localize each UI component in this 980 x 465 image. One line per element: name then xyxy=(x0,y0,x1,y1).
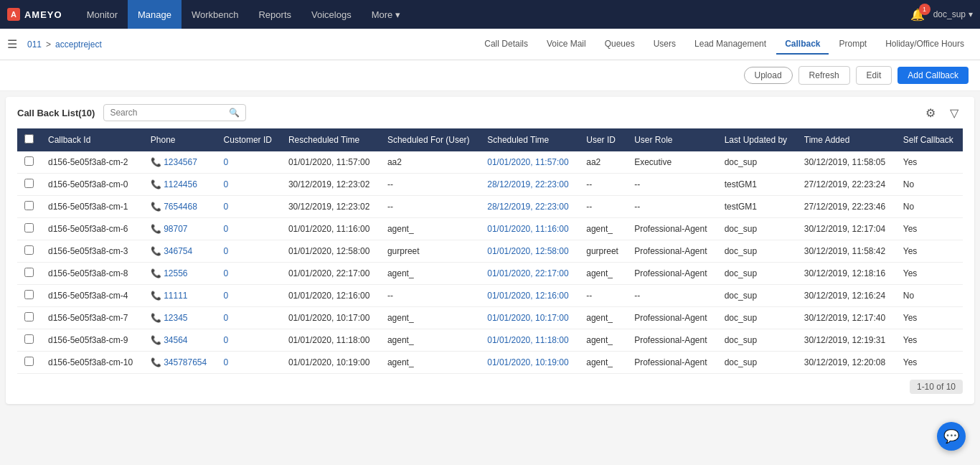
nav-reports[interactable]: Reports xyxy=(248,0,301,29)
settings-icon-button[interactable]: ⚙ xyxy=(921,105,940,121)
cell-time-added: 30/12/2019, 12:16:24 xyxy=(797,285,896,307)
cell-customer-id[interactable]: 0 xyxy=(217,196,281,218)
upload-button[interactable]: Upload xyxy=(744,67,793,84)
edit-button[interactable]: Edit xyxy=(856,66,892,85)
cell-phone[interactable]: 📞 12345 xyxy=(143,307,217,329)
cell-customer-id[interactable]: 0 xyxy=(217,285,281,307)
hamburger-icon[interactable]: ☰ xyxy=(7,37,17,51)
row-checkbox-cell[interactable] xyxy=(17,263,41,285)
cell-scheduled-time: 01/01/2020, 10:19:00 xyxy=(480,352,579,374)
row-checkbox[interactable] xyxy=(24,312,34,321)
cell-user-id: agent_ xyxy=(579,263,627,285)
cell-phone[interactable]: 📞 345787654 xyxy=(143,352,217,374)
cell-customer-id[interactable]: 0 xyxy=(217,352,281,374)
cell-phone[interactable]: 📞 12556 xyxy=(143,263,217,285)
notification-bell[interactable]: 🔔 1 xyxy=(910,8,925,22)
cell-self-callback: No xyxy=(896,285,963,307)
breadcrumb-number[interactable]: 011 xyxy=(27,39,42,50)
row-checkbox[interactable] xyxy=(24,357,34,366)
app-logo[interactable]: A AMEYO xyxy=(7,8,62,21)
row-checkbox-cell[interactable] xyxy=(17,329,41,352)
cell-scheduled-for: agent_ xyxy=(380,307,480,329)
row-checkbox[interactable] xyxy=(24,334,34,344)
main-content: Call Back List(10) 🔍 ⚙ ▽ Callback Id Pho… xyxy=(6,97,974,404)
row-checkbox[interactable] xyxy=(24,268,34,277)
cell-user-id: -- xyxy=(579,285,627,307)
username-label: doc_sup xyxy=(933,9,966,19)
nav-manage[interactable]: Manage xyxy=(128,0,182,29)
row-checkbox[interactable] xyxy=(24,201,34,210)
cell-phone[interactable]: 📞 7654468 xyxy=(143,196,217,218)
cell-customer-id[interactable]: 0 xyxy=(217,151,281,174)
cell-self-callback: Yes xyxy=(896,307,963,329)
row-checkbox-cell[interactable] xyxy=(17,196,41,218)
cell-scheduled-time: 28/12/2019, 22:23:00 xyxy=(480,174,579,196)
cell-callback-id: d156-5e05f3a8-cm-3 xyxy=(41,240,143,263)
nav-workbench[interactable]: Workbench xyxy=(182,0,249,29)
nav-voicelogs[interactable]: Voicelogs xyxy=(301,0,362,29)
cell-phone[interactable]: 📞 1234567 xyxy=(143,151,217,174)
cell-callback-id: d156-5e05f3a8-cm-8 xyxy=(41,263,143,285)
col-last-updated: Last Updated by xyxy=(717,128,797,151)
cell-rescheduled-time: 01/01/2020, 11:18:00 xyxy=(281,329,380,352)
cell-phone[interactable]: 📞 98707 xyxy=(143,218,217,240)
tab-call-details[interactable]: Call Details xyxy=(476,34,537,55)
cell-customer-id[interactable]: 0 xyxy=(217,218,281,240)
filter-icon-button[interactable]: ▽ xyxy=(946,105,963,121)
select-all-checkbox[interactable] xyxy=(24,134,34,144)
cell-callback-id: d156-5e05f3a8-cm-2 xyxy=(41,151,143,174)
cell-scheduled-time: 01/01/2020, 11:57:00 xyxy=(480,151,579,174)
row-checkbox[interactable] xyxy=(24,245,34,255)
row-checkbox[interactable] xyxy=(24,179,34,188)
cell-phone[interactable]: 📞 346754 xyxy=(143,240,217,263)
row-checkbox[interactable] xyxy=(24,290,34,299)
cell-customer-id[interactable]: 0 xyxy=(217,174,281,196)
col-self-callback: Self Callback xyxy=(896,128,963,151)
tab-prompt[interactable]: Prompt xyxy=(830,34,875,55)
cell-scheduled-time: 28/12/2019, 22:23:00 xyxy=(480,196,579,218)
tab-voice-mail[interactable]: Voice Mail xyxy=(538,34,595,55)
search-box[interactable]: 🔍 xyxy=(103,104,246,121)
tab-callback[interactable]: Callback xyxy=(776,34,829,55)
cell-user-role: Professional-Agent xyxy=(627,263,717,285)
tab-holiday-office-hours[interactable]: Holiday/Office Hours xyxy=(877,34,973,55)
row-checkbox-cell[interactable] xyxy=(17,285,41,307)
cell-customer-id[interactable]: 0 xyxy=(217,263,281,285)
cell-callback-id: d156-5e05f3a8-cm-6 xyxy=(41,218,143,240)
cell-customer-id[interactable]: 0 xyxy=(217,307,281,329)
row-checkbox[interactable] xyxy=(24,156,34,166)
refresh-button[interactable]: Refresh xyxy=(798,66,850,85)
cell-callback-id: d156-5e05f3a8-cm-1 xyxy=(41,196,143,218)
row-checkbox-cell[interactable] xyxy=(17,307,41,329)
cell-phone[interactable]: 📞 1124456 xyxy=(143,174,217,196)
cell-customer-id[interactable]: 0 xyxy=(217,329,281,352)
tab-queues[interactable]: Queues xyxy=(596,34,644,55)
row-checkbox-cell[interactable] xyxy=(17,151,41,174)
breadcrumb-page[interactable]: acceptreject xyxy=(55,39,102,50)
cell-phone[interactable]: 📞 34564 xyxy=(143,329,217,352)
tab-lead-management[interactable]: Lead Management xyxy=(686,34,775,55)
user-menu[interactable]: doc_sup ▾ xyxy=(933,9,973,19)
cell-last-updated: doc_sup xyxy=(717,285,797,307)
add-callback-button[interactable]: Add Callback xyxy=(897,67,969,84)
nav-more[interactable]: More ▾ xyxy=(362,0,411,29)
cell-user-role: Executive xyxy=(627,151,717,174)
table-row: d156-5e05f3a8-cm-9 📞 34564 0 01/01/2020,… xyxy=(17,329,963,352)
search-input[interactable] xyxy=(110,108,225,118)
cell-phone[interactable]: 📞 11111 xyxy=(143,285,217,307)
row-checkbox-cell[interactable] xyxy=(17,352,41,374)
cell-user-role: Professional-Agent xyxy=(627,240,717,263)
row-checkbox[interactable] xyxy=(24,223,34,232)
cell-scheduled-for: -- xyxy=(380,285,480,307)
cell-user-role: -- xyxy=(627,174,717,196)
row-checkbox-cell[interactable] xyxy=(17,240,41,263)
nav-monitor[interactable]: Monitor xyxy=(77,0,128,29)
cell-last-updated: doc_sup xyxy=(717,329,797,352)
row-checkbox-cell[interactable] xyxy=(17,218,41,240)
row-checkbox-cell[interactable] xyxy=(17,174,41,196)
cell-customer-id[interactable]: 0 xyxy=(217,240,281,263)
tab-users[interactable]: Users xyxy=(645,34,684,55)
cell-user-id: -- xyxy=(579,196,627,218)
select-all-header[interactable] xyxy=(17,128,41,151)
cell-time-added: 27/12/2019, 22:23:46 xyxy=(797,196,896,218)
